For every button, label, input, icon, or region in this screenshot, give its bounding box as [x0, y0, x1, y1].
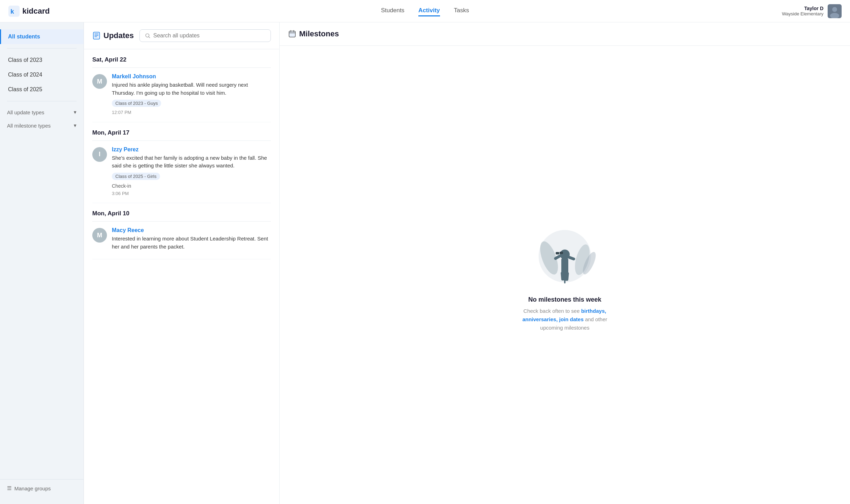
update-text: She's excited that her family is adoptin…	[112, 154, 271, 170]
student-name-link[interactable]: Macy Reece	[112, 227, 271, 233]
milestones-empty-state: No milestones this week Check back often…	[280, 46, 850, 504]
sidebar: All students Class of 2023 Class of 2024…	[0, 22, 84, 504]
svg-rect-24	[560, 252, 563, 254]
group-tag: Class of 2023 - Guys	[112, 100, 161, 107]
svg-rect-11	[289, 31, 295, 37]
updates-list: Sat, April 22 M Markell Johnson Injured …	[84, 49, 279, 504]
update-text: Injured his ankle playing basketball. Wi…	[112, 81, 271, 97]
sidebar-divider-1	[7, 48, 77, 49]
no-milestones-title: No milestones this week	[528, 296, 601, 303]
search-box[interactable]	[139, 29, 271, 42]
avatar: M	[92, 74, 107, 89]
milestones-panel: Milestones	[280, 22, 850, 504]
updates-header: Updates	[84, 22, 279, 49]
group-tag: Class of 2025 - Girls	[112, 173, 160, 180]
main-content: Updates Sat, April 22 M Markell Johnson	[84, 22, 850, 504]
table-row: M Markell Johnson Injured his ankle play…	[92, 68, 271, 122]
update-checkin-label: Check-in 3:06 PM	[112, 182, 271, 197]
filter-milestone-types[interactable]: All milestone types ▾	[0, 119, 84, 132]
updates-panel: Updates Sat, April 22 M Markell Johnson	[84, 22, 280, 504]
filter-update-types[interactable]: All update types ▾	[0, 106, 84, 119]
empty-state-illustration	[530, 218, 600, 288]
menu-icon: ☰	[7, 485, 12, 491]
sidebar-item-class-2025[interactable]: Class of 2025	[0, 82, 84, 97]
search-icon	[145, 33, 151, 39]
page-layout: All students Class of 2023 Class of 2024…	[0, 22, 850, 504]
avatar: I	[92, 147, 107, 162]
student-name-link[interactable]: Izzy Perez	[112, 146, 271, 153]
update-content: Izzy Perez She's excited that her family…	[112, 146, 271, 197]
updates-title: Updates	[92, 31, 134, 40]
updates-icon	[92, 31, 101, 40]
student-name-link[interactable]: Markell Johnson	[112, 73, 271, 80]
svg-point-3	[832, 7, 837, 12]
main-nav: Students Activity Tasks	[381, 6, 469, 16]
milestones-header: Milestones	[280, 22, 850, 46]
table-row: I Izzy Perez She's excited that her fami…	[92, 141, 271, 203]
logo-icon: k	[8, 6, 20, 17]
milestones-icon	[288, 30, 296, 38]
search-input[interactable]	[153, 33, 266, 39]
svg-rect-23	[556, 252, 559, 254]
table-row: M Macy Reece Interested in learning more…	[92, 222, 271, 259]
update-content: Markell Johnson Injured his ankle playin…	[112, 73, 271, 116]
chevron-down-icon: ▾	[74, 122, 77, 129]
logo[interactable]: k kidcard	[8, 6, 50, 17]
svg-line-10	[149, 37, 150, 38]
svg-rect-5	[93, 32, 100, 39]
avatar: M	[92, 228, 107, 243]
sidebar-item-class-2023[interactable]: Class of 2023	[0, 53, 84, 67]
svg-rect-19	[561, 258, 568, 274]
user-school: Wayside Elementary	[782, 11, 823, 16]
nav-students[interactable]: Students	[381, 6, 404, 16]
sidebar-item-class-2024[interactable]: Class of 2024	[0, 67, 84, 82]
logo-text: kidcard	[22, 7, 50, 16]
avatar[interactable]	[828, 4, 842, 18]
nav-tasks[interactable]: Tasks	[454, 6, 469, 16]
nav-activity[interactable]: Activity	[418, 6, 440, 16]
date-header-apr10: Mon, April 10	[92, 203, 271, 222]
sidebar-item-all-students[interactable]: All students	[0, 29, 84, 44]
no-milestones-desc: Check back often to see birthdays, anniv…	[512, 307, 617, 332]
date-header-apr22: Sat, April 22	[92, 49, 271, 68]
chevron-down-icon: ▾	[74, 109, 77, 115]
user-name: Taylor D	[782, 6, 823, 11]
update-text: Interested in learning more about Studen…	[112, 235, 271, 251]
update-content: Macy Reece Interested in learning more a…	[112, 227, 271, 253]
manage-groups-button[interactable]: ☰ Manage groups	[0, 479, 84, 497]
user-info: Taylor D Wayside Elementary	[782, 4, 842, 18]
update-time: 12:07 PM	[112, 109, 271, 116]
sidebar-divider-2	[7, 101, 77, 101]
app-header: k kidcard Students Activity Tasks Taylor…	[0, 0, 850, 22]
svg-text:k: k	[10, 8, 14, 15]
date-header-apr17: Mon, April 17	[92, 122, 271, 141]
